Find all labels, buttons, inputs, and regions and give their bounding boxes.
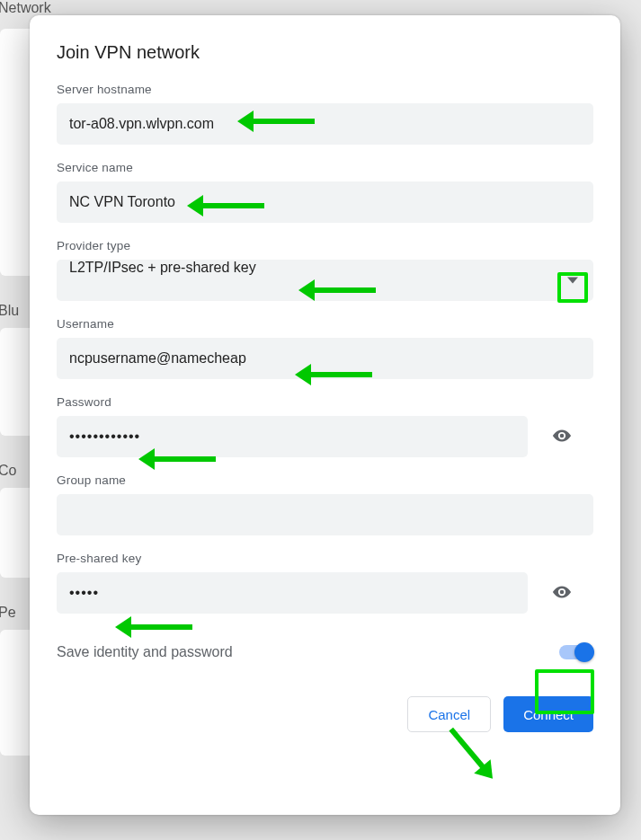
provider-type-select[interactable]: L2TP/IPsec + pre-shared key (57, 260, 593, 301)
server-hostname-field: Server hostname (57, 83, 593, 145)
service-name-field: Service name (57, 161, 593, 223)
server-hostname-label: Server hostname (57, 83, 593, 96)
password-field: Password (57, 395, 593, 457)
server-hostname-input[interactable] (57, 103, 593, 145)
password-input[interactable] (57, 416, 528, 457)
bg-section-network: Network (0, 0, 641, 16)
username-field: Username (57, 317, 593, 379)
username-label: Username (57, 317, 593, 331)
eye-icon (552, 426, 572, 448)
service-name-input[interactable] (57, 181, 593, 223)
toggle-knob (574, 642, 594, 662)
connect-button[interactable]: Connect (503, 696, 593, 732)
eye-icon (552, 582, 572, 605)
psk-field: Pre-shared key (57, 552, 593, 614)
dialog-actions: Cancel Connect (57, 696, 593, 732)
psk-label: Pre-shared key (57, 552, 593, 565)
service-name-label: Service name (57, 161, 593, 174)
psk-input[interactable] (57, 572, 528, 614)
save-identity-row: Save identity and password (57, 644, 593, 660)
password-visibility-toggle[interactable] (544, 419, 580, 455)
psk-visibility-toggle[interactable] (544, 575, 580, 611)
group-name-field: Group name (57, 473, 593, 535)
group-name-label: Group name (57, 473, 593, 487)
group-name-input[interactable] (57, 494, 593, 535)
provider-type-field: Provider type L2TP/IPsec + pre-shared ke… (57, 239, 593, 301)
vpn-join-dialog: Join VPN network Server hostname Service… (30, 15, 620, 815)
username-input[interactable] (57, 338, 593, 379)
dialog-title: Join VPN network (57, 42, 593, 63)
save-identity-label: Save identity and password (57, 644, 233, 660)
password-label: Password (57, 395, 593, 409)
save-identity-toggle[interactable] (559, 645, 592, 659)
cancel-button[interactable]: Cancel (407, 696, 491, 732)
provider-type-label: Provider type (57, 239, 593, 252)
